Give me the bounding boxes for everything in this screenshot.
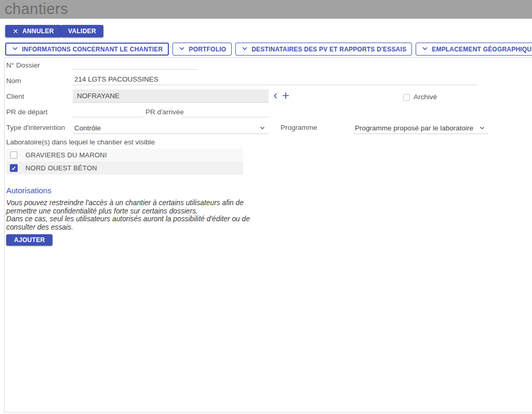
- cancel-button-label: ANNULER: [22, 28, 54, 35]
- autorisations-description: Vous pouvez restreindre l'accès à un cha…: [6, 199, 261, 231]
- chevron-down-icon: [479, 125, 485, 131]
- programme-select[interactable]: Programme proposé par le laboratoire: [353, 122, 488, 134]
- section-tabs: INFORMATIONS CONCERNANT LE CHANTIER PORT…: [5, 43, 532, 56]
- chevron-down-icon: [178, 45, 185, 54]
- client-field: NOFRAYANE: [73, 89, 269, 103]
- laboratoire-name: GRAVIERES DU MARONI: [25, 151, 107, 159]
- tab-informations-chantier[interactable]: INFORMATIONS CONCERNANT LE CHANTIER: [5, 43, 169, 56]
- tab-emplacement-label: EMPLACEMENT GÉOGRAPHIQUE: [432, 46, 532, 53]
- type-intervention-label: Type d'intervention: [6, 124, 65, 131]
- client-back-button[interactable]: [272, 92, 280, 100]
- dossier-input[interactable]: [73, 59, 197, 70]
- app-header: chantiers: [0, 0, 532, 19]
- validate-button-label: VALIDER: [68, 28, 96, 35]
- laboratoires-label: Laboratoire(s) dans lequel le chantier e…: [6, 138, 155, 146]
- type-intervention-value: Contrôle: [74, 124, 101, 132]
- chevron-left-icon: [272, 94, 280, 101]
- chevron-down-icon: [241, 45, 248, 54]
- nom-label: Nom: [6, 77, 21, 85]
- programme-label: Programme: [281, 124, 317, 131]
- tab-destinataires-pv[interactable]: DESTINATAIRES DES PV ET RAPPORTS D'ESSAI…: [235, 43, 412, 56]
- tab-emplacement-geographique[interactable]: EMPLACEMENT GÉOGRAPHIQUE: [416, 43, 532, 56]
- dossier-label: N° Dossier: [6, 61, 40, 69]
- pr-depart-input[interactable]: [73, 107, 144, 117]
- page-title: chantiers: [0, 0, 532, 18]
- laboratoire-row-nord-ouest[interactable]: NORD OUEST BÉTON: [6, 162, 243, 175]
- laboratoire-checkbox[interactable]: [10, 151, 18, 159]
- chevron-down-icon: [421, 45, 429, 54]
- add-authorization-button[interactable]: AJOUTER: [6, 234, 52, 246]
- add-button-label: AJOUTER: [14, 236, 45, 244]
- tab-destinataires-label: DESTINATAIRES DES PV ET RAPPORTS D'ESSAI…: [251, 46, 406, 53]
- close-icon: [12, 28, 19, 34]
- chevron-down-icon: [259, 125, 265, 131]
- plus-icon: [281, 94, 290, 102]
- type-intervention-select[interactable]: Contrôle: [73, 122, 269, 134]
- client-add-button[interactable]: [281, 91, 290, 100]
- laboratoire-row-gravieres[interactable]: GRAVIERES DU MARONI: [6, 149, 243, 162]
- cancel-button[interactable]: ANNULER: [5, 25, 61, 37]
- laboratoire-checkbox[interactable]: [10, 164, 18, 172]
- pr-arrivee-input[interactable]: [182, 107, 269, 117]
- programme-value: Programme proposé par le laboratoire: [355, 124, 473, 132]
- tab-portfolio-label: PORTFOLIO: [189, 46, 226, 53]
- tab-portfolio[interactable]: PORTFOLIO: [172, 43, 232, 56]
- pr-arrivee-label: PR d'arrivée: [145, 108, 184, 116]
- laboratoire-name: NORD OUEST BÉTON: [25, 164, 97, 172]
- nom-input[interactable]: [73, 75, 477, 85]
- tab-informations-label: INFORMATIONS CONCERNANT LE CHANTIER: [22, 46, 163, 53]
- pr-depart-label: PR de départ: [6, 108, 48, 116]
- client-label: Client: [6, 92, 24, 100]
- archive-label: Archivé: [414, 93, 437, 101]
- archive-checkbox[interactable]: [403, 94, 410, 101]
- autorisations-title: Autorisations: [6, 186, 51, 195]
- validate-button[interactable]: VALIDER: [61, 25, 103, 37]
- chevron-down-icon: [11, 45, 19, 54]
